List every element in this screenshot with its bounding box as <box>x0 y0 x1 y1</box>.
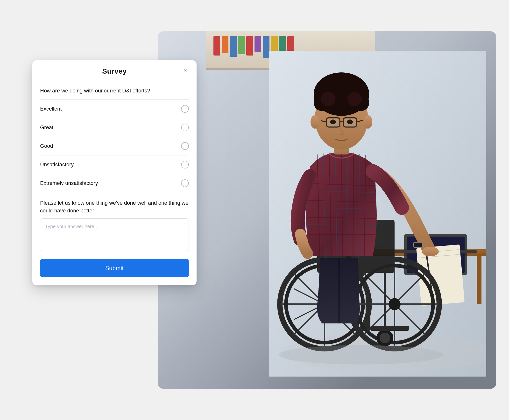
book <box>263 36 269 58</box>
svg-point-75 <box>330 120 336 124</box>
svg-point-81 <box>279 345 443 365</box>
svg-point-77 <box>311 115 319 129</box>
modal-header: Survey × <box>32 60 197 80</box>
person-illustration <box>269 51 486 376</box>
question-label: How are we doing with our current D&I ef… <box>40 87 189 95</box>
book <box>246 36 253 55</box>
svg-point-67 <box>348 92 362 106</box>
book <box>255 36 261 52</box>
radio-circle-extremely-unsatisfactory[interactable] <box>181 179 189 187</box>
radio-option-good[interactable]: Good <box>40 137 189 155</box>
svg-point-34 <box>380 333 390 343</box>
scene: Survey × How are we doing with our curre… <box>13 17 496 403</box>
radio-label-extremely-unsatisfactory: Extremely unsatisfactory <box>40 180 98 186</box>
modal-body: How are we doing with our current D&I ef… <box>32 80 197 285</box>
svg-rect-37 <box>365 292 370 331</box>
radio-option-excellent[interactable]: Excellent <box>40 99 189 118</box>
radio-circle-unsatisfactory[interactable] <box>181 161 189 168</box>
answer-textarea[interactable] <box>40 218 189 252</box>
svg-point-66 <box>321 92 335 106</box>
svg-line-47 <box>307 234 377 235</box>
radio-label-excellent: Excellent <box>40 106 61 112</box>
close-button[interactable]: × <box>181 66 190 75</box>
book <box>230 36 237 57</box>
radio-option-great[interactable]: Great <box>40 118 189 137</box>
radio-label-good: Good <box>40 143 53 149</box>
radio-circle-excellent[interactable] <box>181 105 189 113</box>
modal-title: Survey <box>102 67 127 75</box>
radio-option-unsatisfactory[interactable]: Unsatisfactory <box>40 155 189 174</box>
svg-rect-80 <box>414 243 422 247</box>
radio-label-great: Great <box>40 124 53 131</box>
book <box>222 36 228 53</box>
book <box>287 36 294 52</box>
svg-point-31 <box>388 298 401 310</box>
radio-circle-great[interactable] <box>181 124 189 131</box>
book <box>238 36 245 54</box>
background-photo <box>158 31 496 389</box>
submit-button[interactable]: Submit <box>40 259 189 277</box>
radio-label-unsatisfactory: Unsatisfactory <box>40 161 74 168</box>
survey-modal: Survey × How are we doing with our curre… <box>32 60 197 285</box>
textarea-section: Please let us know one thing we've done … <box>40 199 189 253</box>
svg-rect-36 <box>370 326 409 331</box>
svg-point-76 <box>347 120 353 124</box>
svg-point-55 <box>422 247 439 256</box>
radio-circle-good[interactable] <box>181 142 189 150</box>
radio-option-extremely-unsatisfactory[interactable]: Extremely unsatisfactory <box>40 174 189 192</box>
book <box>213 36 220 55</box>
textarea-label: Please let us know one thing we've done … <box>40 199 189 215</box>
svg-point-78 <box>364 115 372 129</box>
svg-rect-4 <box>477 256 481 304</box>
svg-line-42 <box>353 153 354 258</box>
